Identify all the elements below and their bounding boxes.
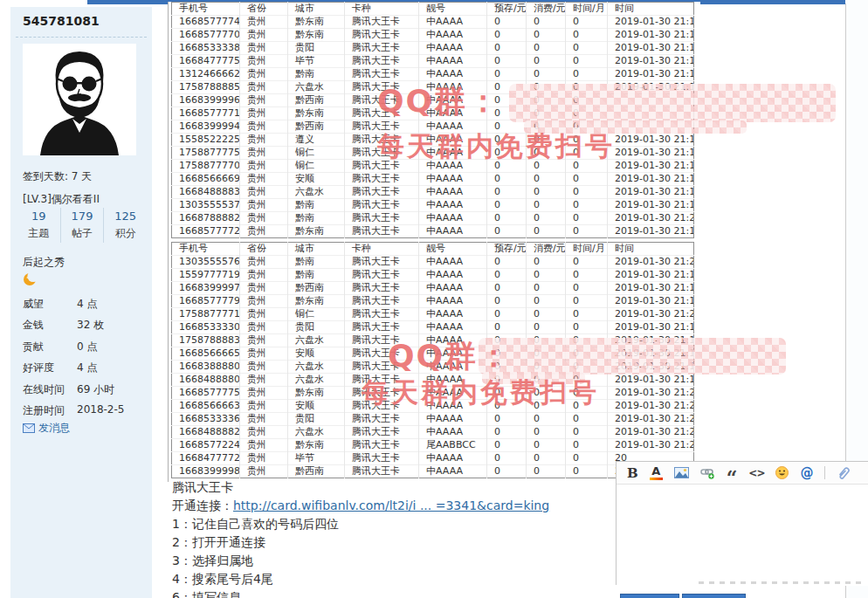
bottom-button-left[interactable] (620, 594, 679, 598)
table-cell: 0 (566, 426, 608, 439)
bottom-button-right[interactable] (682, 594, 746, 598)
table-cell: 2019-01-30 21:21:15 (608, 256, 694, 269)
attachment-icon[interactable] (837, 466, 850, 480)
table-cell: 0 (566, 173, 608, 186)
stat-topics[interactable]: 19 主题 (17, 208, 60, 243)
table-row: 13035555379贵州黔南腾讯大王卡中AAAA0002019-01-30 2… (172, 199, 694, 212)
table-cell: 0 (487, 426, 527, 439)
table-cell: 16685772244 (172, 439, 240, 452)
table-cell: 遵义 (288, 134, 345, 147)
table-cell: 中AAAA (419, 225, 487, 238)
table-cell: 黔南 (288, 212, 345, 225)
table-cell: 16685666691 (172, 173, 240, 186)
mention-icon[interactable]: @ (800, 468, 813, 478)
table-cell: 黔西南 (288, 120, 345, 134)
table-cell: 中AAAA (419, 199, 487, 212)
table-cell: 贵州 (240, 160, 288, 173)
table-cell: 六盘水 (288, 186, 345, 199)
watermark-slogan-2: 每天群内免费扫号 (362, 375, 599, 411)
table-cell: 0 (566, 29, 608, 42)
post-body: 腾讯大王卡 开通连接：http://card.wifibanlv.com/lt2… (172, 478, 549, 598)
table-cell: 0 (527, 413, 566, 426)
table-cell: 中AAAA (419, 413, 487, 426)
table-cell: 腾讯大王卡 (345, 465, 419, 478)
table-cell: 0 (527, 256, 566, 269)
table-cell: 黔西南 (288, 94, 345, 107)
table-cell: 0 (487, 212, 527, 225)
prop-online-time: 在线时间 69 小时 (23, 382, 145, 397)
quote-icon[interactable]: “ (727, 473, 738, 482)
post-step: 6：填写信息 (172, 588, 549, 598)
table-cell: 16683888802 (172, 361, 240, 374)
stat-posts[interactable]: 179 帖子 (60, 208, 104, 243)
table-cell: 2019-01-30 21:16:14 (608, 321, 694, 334)
quick-reply-editor: B A “ <> (616, 461, 868, 585)
table-cell: 贵州 (240, 452, 288, 465)
table-cell: 腾讯大王卡 (345, 42, 419, 55)
table-cell: 贵州 (240, 347, 288, 361)
table-cell: 黔南 (288, 68, 345, 81)
insert-link-icon[interactable] (700, 467, 715, 479)
table-cell: 0 (527, 295, 566, 308)
table-cell: 贵州 (240, 42, 288, 55)
table-cell: 16685777720 (172, 225, 240, 238)
send-message-link[interactable]: 发消息 (23, 421, 70, 436)
table-cell: 15585222257 (172, 134, 240, 147)
column-header: 手机号 (172, 243, 240, 256)
censored-qq-number-mosaic (509, 84, 836, 122)
avatar-illustration (23, 44, 136, 155)
table-cell: 0 (487, 439, 527, 452)
activation-link[interactable]: http://card.wifibanlv.com/lt2i/i ... =33… (233, 498, 549, 512)
insert-image-icon[interactable] (674, 467, 689, 478)
table-cell: 0 (487, 186, 527, 199)
table-cell: 腾讯大王卡 (345, 212, 419, 225)
table-row: 16685333362贵州贵阳腾讯大王卡中AAAA0002019-01-30 2… (172, 413, 694, 426)
table-row: 16685777796贵州黔东南腾讯大王卡中AAAA0002019-01-30 … (172, 295, 694, 308)
table-cell: 16684777724 (172, 452, 240, 465)
table-cell: 尾AABBCC (419, 439, 487, 452)
code-icon[interactable]: <> (748, 468, 764, 478)
prop-rating: 好评度 4 点 (23, 361, 145, 375)
column-header: 城市 (288, 3, 345, 16)
table-row: 16685777720贵州黔东南腾讯大王卡中AAAA0002019-01-30 … (172, 225, 694, 238)
font-color-icon[interactable]: A (650, 466, 663, 480)
table-cell: 0 (566, 186, 608, 199)
table-cell: 贵州 (240, 308, 288, 321)
table-cell: 中AAAA (419, 452, 487, 465)
table-cell: 16683999985 (172, 465, 240, 478)
table-cell: 15597777198 (172, 269, 240, 282)
table-cell: 黔南 (288, 199, 345, 212)
editor-toolbar: B A “ <> (617, 462, 868, 485)
table-cell: 2019-01-30 21:10:12 (608, 29, 694, 42)
table-cell: 0 (527, 173, 566, 186)
table-cell: 13035555379 (172, 199, 240, 212)
table-cell: 2019-01-30 21:13:44 (608, 225, 694, 238)
smiley-icon[interactable] (775, 466, 789, 479)
table-cell: 贵州 (240, 29, 288, 42)
table-cell: 中AAAA (419, 16, 487, 29)
table-cell: 0 (487, 295, 527, 308)
table-cell: 0 (487, 42, 527, 55)
table-cell: 0 (527, 212, 566, 225)
post-step: 2：打开开通连接 (172, 533, 549, 552)
table-cell: 贵州 (240, 81, 288, 94)
table-cell: 0 (527, 269, 566, 282)
table-cell: 安顺 (288, 173, 345, 186)
bold-icon[interactable]: B (627, 468, 638, 478)
table-cell: 0 (527, 308, 566, 321)
username: 545781081 (23, 14, 100, 28)
table-cell: 贵阳 (288, 321, 345, 334)
watermark-qq-group-2: QQ群： (388, 335, 511, 378)
table-cell: 16685777745 (172, 16, 240, 29)
table-cell: 0 (527, 465, 566, 478)
stat-credits[interactable]: 125 积分 (103, 208, 147, 243)
table-cell: 黔东南 (288, 295, 345, 308)
table-cell: 黔东南 (288, 29, 345, 42)
table-cell: 贵州 (240, 120, 288, 134)
table-cell: 2019-01-30 21:13:21 (608, 186, 694, 199)
checkin-days: 签到天数: 7 天 (23, 169, 92, 184)
reply-textarea[interactable] (617, 485, 868, 586)
table-cell: 中AAAA (419, 68, 487, 81)
table-cell: 0 (487, 16, 527, 29)
column-header: 时间/月 (566, 243, 608, 256)
